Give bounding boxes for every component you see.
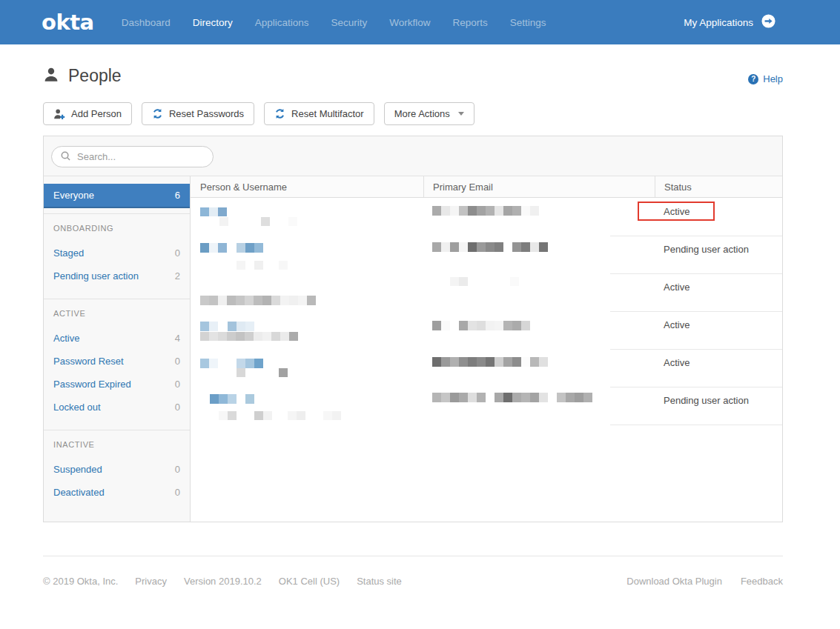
button-label: Add Person — [71, 108, 122, 119]
button-label: More Actions — [394, 108, 450, 119]
row-separator — [610, 311, 782, 312]
sidebar-item-label[interactable]: Password Expired — [53, 379, 131, 393]
button-label: Reset Multifactor — [291, 108, 364, 119]
row-separator — [610, 425, 782, 425]
sidebar-group-onboarding: ONBOARDINGStaged0Pending user action2 — [44, 213, 190, 299]
sidebar-item-label[interactable]: Suspended — [53, 464, 102, 479]
sidebar-item-label[interactable]: Locked out — [53, 402, 101, 416]
sidebar-item-count: 2 — [175, 270, 180, 285]
people-panel: Everyone 6 ONBOARDINGStaged0Pending user… — [43, 136, 783, 522]
help-label[interactable]: Help — [763, 73, 783, 84]
nav-link-workflow[interactable]: Workflow — [389, 17, 430, 28]
sidebar-item-label[interactable]: Password Reset — [53, 356, 124, 370]
toolbar: Add PersonReset PasswordsReset Multifact… — [43, 102, 474, 125]
sidebar-item-pending-user-action[interactable]: Pending user action2 — [53, 270, 180, 285]
column-header-status[interactable]: Status — [655, 176, 782, 197]
redacted-text — [512, 242, 548, 252]
sidebar-item-count: 4 — [175, 333, 180, 347]
sidebar-item-label[interactable]: Deactivated — [53, 487, 105, 502]
footer-right: Download Okta PluginFeedback — [626, 576, 783, 587]
filter-sidebar: Everyone 6 ONBOARDINGStaged0Pending user… — [44, 176, 191, 522]
sidebar-item-everyone[interactable]: Everyone 6 — [44, 184, 190, 208]
redacted-text — [237, 261, 245, 270]
redacted-text — [237, 243, 263, 253]
redacted-text — [288, 411, 305, 420]
footer-privacy[interactable]: Privacy — [135, 576, 167, 587]
redacted-text — [200, 332, 298, 341]
redacted-text — [557, 393, 592, 402]
column-header-email[interactable]: Primary Email — [423, 176, 655, 197]
sidebar-item-count: 0 — [175, 464, 180, 479]
table-header: Person & Username Primary Email Status — [191, 176, 782, 198]
arrow-right-circle-icon[interactable] — [761, 14, 775, 31]
reset-passwords-button[interactable]: Reset Passwords — [142, 102, 254, 125]
sidebar-item-suspended[interactable]: Suspended0 — [53, 464, 180, 479]
redacted-text — [200, 322, 218, 331]
page-title: People — [68, 66, 122, 86]
my-applications[interactable]: My Applications — [684, 14, 775, 31]
nav-link-applications[interactable]: Applications — [255, 17, 309, 28]
footer-version-2019-10-2: Version 2019.10.2 — [184, 576, 262, 587]
nav-link-settings[interactable]: Settings — [510, 17, 546, 28]
help-icon[interactable]: ? — [748, 74, 758, 84]
redacted-text — [261, 217, 270, 226]
search-icon — [61, 150, 70, 164]
redacted-text — [432, 357, 548, 367]
okta-logo[interactable]: okta — [42, 10, 94, 35]
nav-link-directory[interactable]: Directory — [193, 17, 233, 28]
search-input[interactable] — [76, 150, 202, 163]
sidebar-item-password-expired[interactable]: Password Expired0 — [53, 379, 180, 393]
redacted-text — [210, 394, 237, 404]
reset-multifactor-button[interactable]: Reset Multifactor — [264, 102, 374, 125]
redacted-text — [459, 321, 530, 330]
footer-feedback[interactable]: Feedback — [741, 576, 783, 587]
more-actions-button[interactable]: More Actions — [384, 102, 474, 125]
add-person-button[interactable]: Add Person — [43, 102, 132, 125]
row-separator — [610, 273, 782, 274]
redacted-text — [254, 261, 263, 270]
sidebar-group-inactive: INACTIVESuspended0Deactivated0 — [44, 430, 190, 515]
redacted-text — [200, 207, 227, 216]
table-body: ActivePending user actionActiveActiveAct… — [191, 198, 782, 522]
redacted-text — [510, 277, 519, 286]
nav-link-dashboard[interactable]: Dashboard — [122, 17, 171, 28]
sidebar-item-locked-out[interactable]: Locked out0 — [53, 402, 180, 416]
sidebar-item-staged[interactable]: Staged0 — [53, 247, 180, 262]
sidebar-item-deactivated[interactable]: Deactivated0 — [53, 487, 180, 502]
sidebar-item-label[interactable]: Active — [53, 333, 79, 347]
nav-link-reports[interactable]: Reports — [453, 17, 488, 28]
redacted-text — [254, 411, 272, 420]
refresh-icon — [152, 108, 163, 119]
sidebar-group-header: ACTIVE — [53, 309, 180, 319]
caret-down-icon — [458, 112, 464, 116]
sidebar-item-label[interactable]: Staged — [53, 247, 84, 262]
footer-divider — [43, 556, 783, 556]
sidebar-item-active[interactable]: Active4 — [53, 333, 180, 347]
button-label: Reset Passwords — [169, 108, 244, 119]
footer-status-site[interactable]: Status site — [357, 576, 402, 587]
my-applications-label[interactable]: My Applications — [684, 17, 753, 28]
redacted-text — [432, 242, 503, 252]
row-separator — [610, 387, 782, 387]
redacted-text — [450, 277, 468, 286]
help-link[interactable]: ? Help — [748, 73, 783, 84]
redacted-text — [200, 359, 218, 368]
search-box[interactable] — [51, 146, 214, 167]
column-header-person[interactable]: Person & Username — [191, 176, 423, 197]
status-cell: Pending user action — [664, 395, 749, 406]
sidebar-group-active: ACTIVEActive4Password Reset0Password Exp… — [44, 299, 190, 430]
sidebar-item-label[interactable]: Pending user action — [53, 270, 139, 285]
sidebar-item-password-reset[interactable]: Password Reset0 — [53, 356, 180, 370]
redacted-text — [237, 359, 263, 368]
person-icon — [43, 66, 59, 86]
footer-download-okta-plugin[interactable]: Download Okta Plugin — [626, 576, 722, 587]
sidebar-item-count: 0 — [175, 487, 180, 502]
redacted-text — [228, 322, 254, 331]
nav-link-security[interactable]: Security — [331, 17, 368, 28]
add-person-icon — [53, 108, 65, 120]
sidebar-item-count: 6 — [175, 190, 180, 201]
sidebar-item-count: 0 — [175, 356, 180, 370]
search-area — [44, 136, 782, 176]
redacted-text — [279, 368, 288, 377]
annotation-box — [638, 202, 715, 221]
